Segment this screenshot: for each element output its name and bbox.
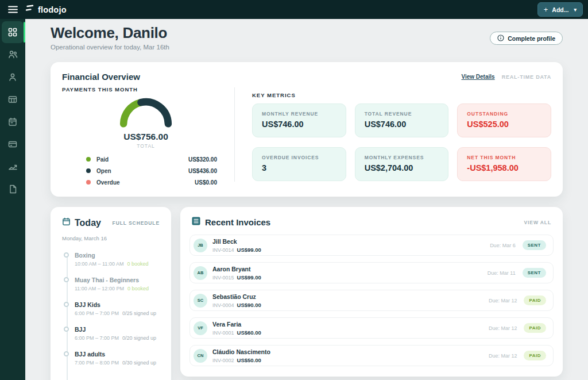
brand-logo[interactable]: flodojo xyxy=(25,5,67,14)
legend-label: Open xyxy=(96,168,111,174)
schedule-event[interactable]: Boxing 10:00 AM – 11:00 AM0 booked xyxy=(75,252,160,267)
event-time: 10:00 AM – 11:00 AM xyxy=(75,261,123,267)
sidebar-item-documents[interactable] xyxy=(2,178,24,200)
legend-value: US$436.00 xyxy=(188,168,217,174)
gauge-legend: Paid US$320.00 Open US$436.00 Overdue US… xyxy=(62,153,230,188)
invoice-amount: US$60.00 xyxy=(237,329,261,336)
invoice-client-name: Cláudio Nascimento xyxy=(212,348,270,355)
page-subtitle: Operational overview for today, Mar 16th xyxy=(51,44,169,51)
legend-value: US$320.00 xyxy=(188,156,217,163)
people-icon xyxy=(8,50,18,59)
legend-label: Paid xyxy=(96,156,109,163)
metric-card: TOTAL REVENUE US$746.00 xyxy=(355,103,449,137)
event-name: BJJ xyxy=(75,326,160,333)
event-time: 6:00 PM – 7:00 PM xyxy=(75,310,119,316)
status-badge: SENT xyxy=(523,268,546,278)
sidebar-item-dashboard[interactable] xyxy=(2,21,24,43)
schedule-event[interactable]: BJJ 6:00 PM – 7:00 PM0/20 signed up xyxy=(75,326,160,341)
sidebar-item-plans[interactable] xyxy=(2,89,24,110)
invoice-row[interactable]: AB Aaron Bryant INV-0015US$99.00 Due: Ma… xyxy=(189,262,554,283)
timeline-dot-icon xyxy=(64,351,69,356)
financial-overview-card: Financial Overview View Details REAL-TIM… xyxy=(51,62,563,197)
invoice-row[interactable]: JB Jill Beck INV-0014US$99.00 Due: Mar 6… xyxy=(189,235,554,256)
invoice-client-name: Vera Faria xyxy=(212,321,261,328)
recent-invoices-title: Recent Invoices xyxy=(205,217,270,227)
legend-row: Open US$436.00 xyxy=(86,165,217,176)
avatar: SC xyxy=(194,294,207,308)
invoice-amount: US$50.00 xyxy=(237,357,261,363)
schedule-timeline: Boxing 10:00 AM – 11:00 AM0 booked Muay … xyxy=(62,252,160,366)
event-time: 11:00 AM – 12:00 PM xyxy=(75,286,124,291)
complete-profile-label: Complete profile xyxy=(508,35,555,42)
invoice-number: INV-0004 xyxy=(212,302,234,308)
gauge-total-label: TOTAL xyxy=(62,143,230,149)
avatar: VF xyxy=(194,321,207,335)
invoice-row[interactable]: SC Sebastião Cruz INV-0004US$90.00 Due: … xyxy=(189,290,554,311)
metric-card: NET THIS MONTH -US$1,958.00 xyxy=(457,147,551,181)
event-status: 0/25 signed up xyxy=(122,310,156,316)
today-date: Monday, March 16 xyxy=(62,235,160,241)
add-button[interactable]: + Add... ▾ xyxy=(537,2,583,17)
invoice-number: INV-0002 xyxy=(212,358,234,363)
avatar: JB xyxy=(194,239,207,252)
avatar: CN xyxy=(194,349,207,363)
metric-label: OVERDUE INVOICES xyxy=(262,155,336,160)
event-time-row: 6:00 PM – 7:00 PM0/25 signed up xyxy=(75,310,160,316)
calendar-icon xyxy=(8,117,17,126)
event-status: 0/20 signed up xyxy=(122,335,156,341)
metric-card: MONTHLY REVENUE US$746.00 xyxy=(252,103,346,137)
schedule-event[interactable]: BJJ adults 7:00 PM – 8:00 PM0/30 signed … xyxy=(75,351,160,366)
chevron-down-icon: ▾ xyxy=(574,7,577,13)
invoice-row[interactable]: VF Vera Faria INV-0001US$60.00 Due: Mar … xyxy=(189,317,554,339)
event-time: 7:00 PM – 8:00 PM xyxy=(75,360,119,366)
view-all-link[interactable]: VIEW ALL xyxy=(524,220,552,225)
payments-this-month-label: PAYMENTS THIS MONTH xyxy=(62,86,230,93)
document-icon xyxy=(9,185,17,194)
schedule-event[interactable]: BJJ Kids 6:00 PM – 7:00 PM0/25 signed up xyxy=(75,301,160,316)
sidebar-item-reports[interactable] xyxy=(2,156,24,178)
legend-label: Overdue xyxy=(96,179,120,186)
table-icon xyxy=(8,95,17,104)
today-card: Today FULL SCHEDULE Monday, March 16 Box… xyxy=(51,207,171,380)
avatar: AB xyxy=(194,266,207,280)
full-schedule-link[interactable]: FULL SCHEDULE xyxy=(113,220,160,226)
timeline-dot-icon xyxy=(64,302,69,307)
metric-card: MONTHLY EXPENSES US$2,704.00 xyxy=(355,147,449,181)
recent-invoices-card: Recent Invoices VIEW ALL JB Jill Beck IN… xyxy=(180,207,563,377)
event-name: Muay Thai - Beginners xyxy=(75,277,160,283)
legend-dot xyxy=(86,168,91,173)
invoice-amount: US$90.00 xyxy=(237,302,261,308)
hamburger-menu-icon[interactable] xyxy=(0,0,25,19)
dashboard-grid-icon xyxy=(8,28,17,37)
event-name: BJJ Kids xyxy=(75,301,160,308)
payments-gauge-chart xyxy=(62,96,230,128)
metric-value: US$2,704.00 xyxy=(365,163,439,172)
today-title: Today xyxy=(75,218,101,228)
sidebar-item-schedule[interactable] xyxy=(2,111,24,133)
event-name: BJJ adults xyxy=(75,351,160,358)
metric-value: -US$1,958.00 xyxy=(467,163,541,172)
status-badge: SENT xyxy=(523,240,546,250)
metric-label: NET THIS MONTH xyxy=(467,155,541,160)
sidebar xyxy=(0,19,25,380)
legend-row: Overdue US$0.00 xyxy=(86,176,217,188)
invoice-row[interactable]: CN Cláudio Nascimento INV-0002US$50.00 D… xyxy=(189,345,554,366)
invoice-number: INV-0015 xyxy=(212,275,234,281)
schedule-event[interactable]: Muay Thai - Beginners 11:00 AM – 12:00 P… xyxy=(75,277,160,291)
metric-label: TOTAL REVENUE xyxy=(365,111,439,117)
event-status: 0/30 signed up xyxy=(122,360,156,366)
metric-card: OVERDUE INVOICES 3 xyxy=(252,147,346,181)
sidebar-item-profile[interactable] xyxy=(2,66,24,88)
invoice-due-date: Due: Mar 11 xyxy=(488,270,516,276)
sidebar-item-payments[interactable] xyxy=(2,133,24,155)
invoice-number: INV-0014 xyxy=(212,247,234,253)
event-status: 0 booked xyxy=(127,286,149,291)
sidebar-item-members[interactable] xyxy=(2,44,24,66)
view-details-link[interactable]: View Details xyxy=(461,74,494,80)
metric-value: US$525.00 xyxy=(467,120,541,129)
event-time-row: 10:00 AM – 11:00 AM0 booked xyxy=(75,261,160,267)
complete-profile-button[interactable]: Complete profile xyxy=(490,32,563,45)
invoice-amount: US$99.00 xyxy=(237,247,261,253)
invoice-due-date: Due: Mar 12 xyxy=(489,353,517,359)
metric-value: 3 xyxy=(262,163,336,172)
